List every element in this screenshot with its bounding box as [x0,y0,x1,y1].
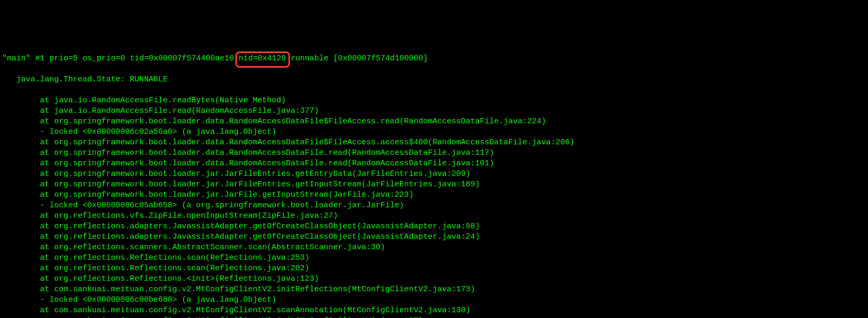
stack-trace: at java.io.RandomAccessFile.readBytes(Na… [2,96,866,318]
thread-index: #1 [35,54,45,63]
stack-frame: at com.sankuai.meituan.config.v2.MtConfi… [2,316,866,318]
thread-runnable-word: runnable [291,54,328,63]
stack-frame: - locked <0x00000006c02a56a0> (a java.la… [2,127,866,137]
thread-name: "main" [2,54,30,63]
thread-tid: tid=0x00007f574400ae10 [130,54,234,63]
terminal-output: "main" #1 prio=5 os_prio=0 tid=0x00007f5… [0,42,868,318]
stack-frame: at com.sankuai.meituan.config.v2.MtConfi… [2,284,866,295]
stack-frame: at com.sankuai.meituan.config.v2.MtConfi… [2,305,866,316]
stack-frame: at org.reflections.Reflections.scan(Refl… [2,263,866,274]
thread-prio: prio=5 [49,54,78,63]
stack-frame: at org.springframework.boot.loader.data.… [2,148,866,158]
stack-frame: at org.springframework.boot.loader.data.… [2,137,866,148]
stack-frame: at java.io.RandomAccessFile.read(RandomA… [2,106,866,116]
stack-frame: at org.reflections.adapters.JavassistAda… [2,221,866,232]
stack-frame: at org.springframework.boot.loader.data.… [2,158,866,169]
thread-header-line: "main" #1 prio=5 os_prio=0 tid=0x00007f5… [2,54,866,64]
stack-frame: at org.reflections.Reflections.<init>(Re… [2,274,866,284]
stack-frame: at java.io.RandomAccessFile.readBytes(Na… [2,96,866,106]
thread-osprio: os_prio=0 [82,54,125,63]
stack-frame: at org.reflections.vfs.ZipFile.openInput… [2,211,866,221]
thread-nid: nid=0x4129 [239,54,286,63]
stack-frame: - locked <0x00000006c05ab658> (a org.spr… [2,200,866,211]
stack-frame: at org.springframework.boot.loader.jar.J… [2,179,866,190]
thread-state-line: java.lang.Thread.State: RUNNABLE [2,75,866,85]
stack-frame: at org.reflections.adapters.JavassistAda… [2,232,866,242]
stack-frame: - locked <0x00000006c00be680> (a java.la… [2,295,866,305]
stack-frame: at org.reflections.scanners.AbstractScan… [2,242,866,253]
stack-frame: at org.springframework.boot.loader.jar.J… [2,169,866,179]
thread-addr: [0x00007f574d100000] [333,54,428,63]
stack-frame: at org.springframework.boot.loader.data.… [2,116,866,127]
stack-frame: at org.reflections.Reflections.scan(Refl… [2,253,866,263]
stack-frame: at org.springframework.boot.loader.jar.J… [2,190,866,200]
